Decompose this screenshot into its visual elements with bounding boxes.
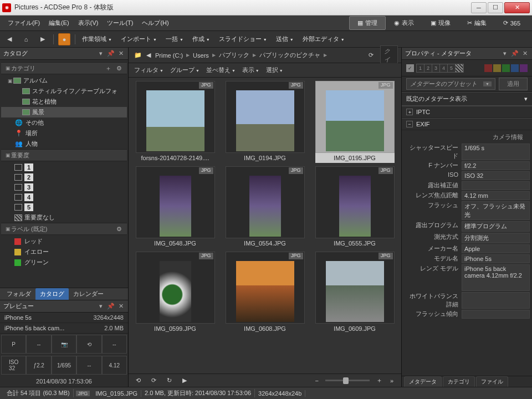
- tree-place[interactable]: 📍場所: [1, 128, 127, 139]
- thumbnail-item[interactable]: JPGIMG_0608.JPG: [222, 252, 308, 334]
- forward-button[interactable]: ▶: [37, 33, 49, 45]
- panel-menu-icon[interactable]: ▾: [97, 50, 105, 57]
- section-category[interactable]: ▣ カテゴリ ＋ ⚙: [1, 62, 127, 74]
- filter-menu[interactable]: フィルタ▼: [134, 66, 163, 74]
- slideshow-menu[interactable]: スライドショー▼: [217, 34, 269, 44]
- tab-folder[interactable]: フォルダ: [2, 288, 35, 300]
- rating-none[interactable]: 重要度なし: [1, 212, 127, 223]
- section-importance[interactable]: ▣重要度: [1, 149, 127, 161]
- rating-5[interactable]: 5: [1, 202, 127, 212]
- panel-menu-icon[interactable]: ▾: [501, 50, 509, 57]
- menu-edit[interactable]: 編集(E): [44, 17, 74, 29]
- zoom-out-icon[interactable]: −: [315, 377, 319, 384]
- panel-menu-icon[interactable]: ▾: [97, 303, 105, 310]
- mode-365[interactable]: ⟳365: [495, 17, 529, 29]
- panel-close-icon[interactable]: ✕: [117, 303, 125, 310]
- thumb-size-slider[interactable]: [325, 380, 370, 381]
- pin-icon[interactable]: 📌: [107, 50, 115, 57]
- rating-2[interactable]: 2: [1, 172, 127, 182]
- thumbnail-item[interactable]: JPGIMG_0599.JPG: [132, 252, 218, 334]
- menu-view[interactable]: 表示(V): [74, 17, 103, 29]
- workspace-menu[interactable]: 作業領域▼: [80, 34, 114, 44]
- menu-tool[interactable]: ツール(T): [103, 17, 137, 29]
- rating-3[interactable]: 3: [1, 182, 127, 192]
- view-menu[interactable]: 表示▼: [242, 66, 259, 74]
- batch-menu[interactable]: 一括▼: [163, 34, 186, 44]
- apply-button[interactable]: 適用: [499, 78, 528, 90]
- bc-back[interactable]: ◀: [144, 50, 153, 60]
- panel-close-icon[interactable]: ✕: [521, 50, 529, 57]
- thumbnail-item[interactable]: JPGIMG_0195.JPG: [311, 81, 398, 163]
- metadata-preset-dropdown[interactable]: メタデータのプリセット▼: [406, 78, 495, 90]
- tree-people[interactable]: 👥人物: [1, 139, 127, 149]
- label-green[interactable]: グリーン: [1, 257, 127, 268]
- tree-flower[interactable]: 花と植物: [1, 96, 127, 107]
- create-menu[interactable]: 作成▼: [190, 34, 212, 44]
- import-menu[interactable]: インポート▼: [119, 34, 159, 44]
- play-button[interactable]: ▶: [178, 375, 191, 387]
- external-editor-menu[interactable]: 外部エディタ▼: [300, 34, 347, 44]
- select-menu[interactable]: 選択▼: [266, 66, 283, 74]
- home-button[interactable]: ⌂: [20, 33, 32, 45]
- bc-drive[interactable]: Prime (C:): [153, 51, 185, 60]
- thumbnail-item[interactable]: JPGforsns-20140728-2149....: [132, 81, 218, 163]
- rotate-left-button[interactable]: ⟲: [132, 375, 144, 387]
- mode-manage[interactable]: ▦管理: [349, 16, 386, 30]
- redo-button[interactable]: ↻: [163, 375, 175, 387]
- thumbnail-item[interactable]: JPGIMG_0194.JPG: [222, 81, 308, 163]
- online-button[interactable]: ●: [58, 33, 70, 45]
- rating-4[interactable]: 4: [1, 192, 127, 202]
- group-menu[interactable]: グループ▼: [170, 66, 200, 74]
- tab-catalog[interactable]: カタログ: [35, 288, 69, 300]
- pin-icon[interactable]: 📌: [511, 50, 519, 57]
- tree-landscape[interactable]: 風景: [1, 107, 127, 117]
- refresh-button[interactable]: ⟳: [365, 49, 377, 62]
- menu-help[interactable]: ヘルプ(H): [137, 17, 173, 29]
- label-red[interactable]: レッド: [1, 236, 127, 247]
- tree-still[interactable]: スティルライフ／テーブルフォ: [1, 86, 127, 96]
- mode-edit[interactable]: ✂編集: [459, 16, 495, 30]
- thumbnail-item[interactable]: JPGIMG_0555.JPG: [311, 166, 398, 248]
- iptc-section[interactable]: ＋IPTC: [402, 106, 532, 118]
- panel-close-icon[interactable]: ✕: [117, 50, 125, 57]
- close-button[interactable]: ✕: [504, 2, 530, 13]
- gear-icon[interactable]: ⚙: [115, 224, 124, 233]
- pin-icon[interactable]: 📌: [107, 303, 115, 310]
- minimize-button[interactable]: ─: [471, 2, 487, 13]
- section-label[interactable]: ▣ラベル (既定)⚙: [1, 223, 127, 235]
- menu-file[interactable]: ファイル(F): [3, 17, 44, 29]
- default-metadata-section[interactable]: 既定のメタデータ表示▾: [402, 92, 532, 106]
- rotate-right-button[interactable]: ⟳: [147, 375, 160, 387]
- tab-metadata[interactable]: メタデータ: [404, 376, 442, 387]
- add-icon[interactable]: ＋: [104, 64, 112, 73]
- rating-1[interactable]: 1: [1, 162, 127, 172]
- thumbnail-item[interactable]: JPGIMG_0609.JPG: [311, 252, 398, 334]
- sort-menu[interactable]: 並べ替え▼: [206, 66, 236, 74]
- bc-users[interactable]: Users: [191, 51, 211, 60]
- rating-block[interactable]: 12345: [416, 64, 464, 73]
- mode-display[interactable]: ◉表示: [386, 16, 422, 30]
- exif-section[interactable]: −EXIF: [402, 118, 532, 130]
- send-menu[interactable]: 送信▼: [274, 34, 296, 44]
- tab-calendar[interactable]: カレンダー: [69, 288, 108, 300]
- bc-pictures[interactable]: パブリックのピクチャ: [257, 50, 323, 60]
- tag-checkbox[interactable]: ✓: [406, 64, 414, 72]
- tab-category[interactable]: カテゴリ: [443, 376, 475, 387]
- gear-icon[interactable]: ⚙: [115, 64, 124, 73]
- back-button[interactable]: ◀: [3, 33, 16, 45]
- tree-album[interactable]: ▣アルバム: [1, 75, 127, 86]
- thumbnail-item[interactable]: JPGIMG_0548.JPG: [132, 166, 218, 248]
- folder-icon[interactable]: 📁: [132, 50, 144, 60]
- quick-search[interactable]: クイ: [380, 45, 398, 65]
- color-labels[interactable]: [484, 64, 528, 72]
- thumbnail-item[interactable]: JPGIMG_0554.JPG: [222, 166, 308, 248]
- tree-other[interactable]: 🌐その他: [1, 117, 127, 128]
- mode-develop[interactable]: ▣現像: [422, 16, 459, 30]
- preview-date: 2014/08/30 17:53:06: [0, 376, 128, 387]
- label-yellow[interactable]: イエロー: [1, 247, 127, 257]
- maximize-button[interactable]: ☐: [488, 2, 503, 13]
- tab-file[interactable]: ファイル: [476, 376, 508, 387]
- overflow-button[interactable]: »: [386, 375, 398, 387]
- zoom-in-icon[interactable]: ＋: [376, 376, 382, 385]
- bc-public[interactable]: パブリック: [217, 50, 252, 60]
